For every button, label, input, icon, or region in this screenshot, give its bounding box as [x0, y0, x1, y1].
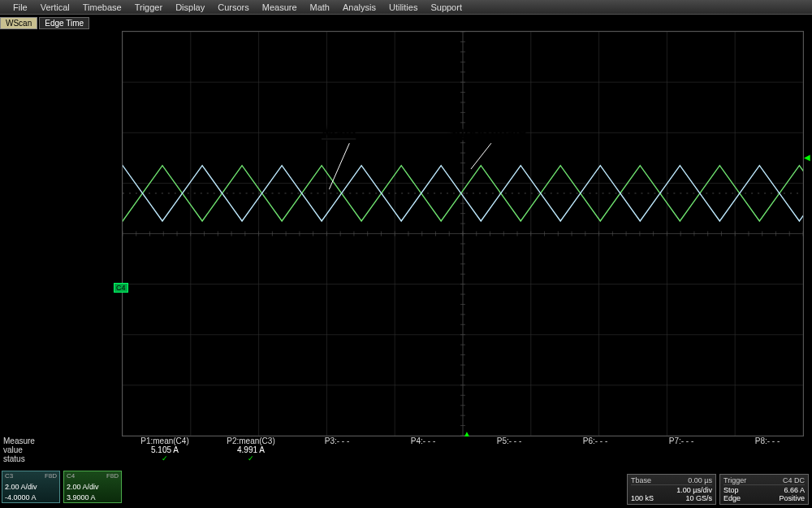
measure-col-p2[interactable]: P2:mean(C3)4.991 A✓	[208, 436, 294, 469]
measure-label: status	[3, 454, 122, 463]
measure-col-p7[interactable]: P7:- - -	[638, 436, 724, 469]
menu-trigger[interactable]: Trigger	[128, 2, 169, 12]
measure-header: P5:- - -	[497, 436, 522, 445]
menu-support[interactable]: Support	[424, 2, 469, 12]
waveform-grid[interactable]: Main Subordinate	[122, 31, 804, 436]
channel-marker-c4[interactable]: C4	[114, 283, 128, 293]
waveform-svg	[123, 32, 803, 436]
menu-display[interactable]: Display	[169, 2, 211, 12]
menu-utilities[interactable]: Utilities	[382, 2, 424, 12]
oscilloscope-display[interactable]: Main Subordinate C4 ◀ ▲	[0, 31, 812, 436]
wscan-button[interactable]: WScan	[0, 17, 37, 29]
measure-col-p5[interactable]: P5:- - -	[466, 436, 552, 469]
bottom-panel: C3F8D 2.00 A/div-4.0000 AC4F8D 2.00 A/di…	[0, 469, 812, 508]
measure-value: 5.105 A	[151, 445, 179, 454]
channel-box-c3[interactable]: C3F8D 2.00 A/div-4.0000 A	[2, 471, 60, 503]
measure-header: P2:mean(C3)	[227, 436, 274, 445]
timebase-box[interactable]: Tbase0.00 µs 1.00 µs/div 100 kS10 GS/s	[627, 474, 716, 505]
measure-col-p1[interactable]: P1:mean(C4)5.105 A✓	[122, 436, 208, 469]
measure-status: ✓	[248, 454, 254, 462]
channel-box-c4[interactable]: C4F8D 2.00 A/div3.9000 A	[63, 471, 122, 503]
measure-col-p3[interactable]: P3:- - -	[294, 436, 380, 469]
measure-header: P8:- - -	[755, 436, 780, 445]
menu-analysis[interactable]: Analysis	[336, 2, 382, 12]
menubar: FileVerticalTimebaseTriggerDisplayCursor…	[0, 0, 812, 15]
edge-time-button[interactable]: Edge Time	[39, 17, 89, 29]
menu-timebase[interactable]: Timebase	[76, 2, 128, 12]
menu-file[interactable]: File	[6, 2, 34, 12]
measure-col-p8[interactable]: P8:- - -	[724, 436, 810, 469]
trigger-level-marker[interactable]: ◀	[804, 153, 810, 162]
measure-label: Measure	[3, 436, 122, 445]
menu-cursors[interactable]: Cursors	[211, 2, 256, 12]
measure-row-labels: Measurevaluestatus	[0, 436, 122, 469]
measure-header: P7:- - -	[669, 436, 694, 445]
measure-col-p4[interactable]: P4:- - -	[380, 436, 466, 469]
measure-header: P6:- - -	[583, 436, 608, 445]
measure-col-p6[interactable]: P6:- - -	[552, 436, 638, 469]
measure-status: ✓	[162, 454, 168, 462]
measure-label: value	[3, 445, 122, 454]
measure-value: 4.991 A	[237, 445, 265, 454]
measure-header: P3:- - -	[325, 436, 350, 445]
toolbar: WScan Edge Time	[0, 15, 812, 31]
menu-math[interactable]: Math	[304, 2, 336, 12]
measurement-bar: Measurevaluestatus P1:mean(C4)5.105 A✓P2…	[0, 436, 812, 469]
menu-measure[interactable]: Measure	[256, 2, 304, 12]
measure-header: P1:mean(C4)	[140, 436, 188, 445]
menu-vertical[interactable]: Vertical	[34, 2, 76, 12]
trigger-box[interactable]: TriggerC4 DC Stop6.66 A EdgePositive	[719, 474, 809, 505]
measure-header: P4:- - -	[411, 436, 436, 445]
